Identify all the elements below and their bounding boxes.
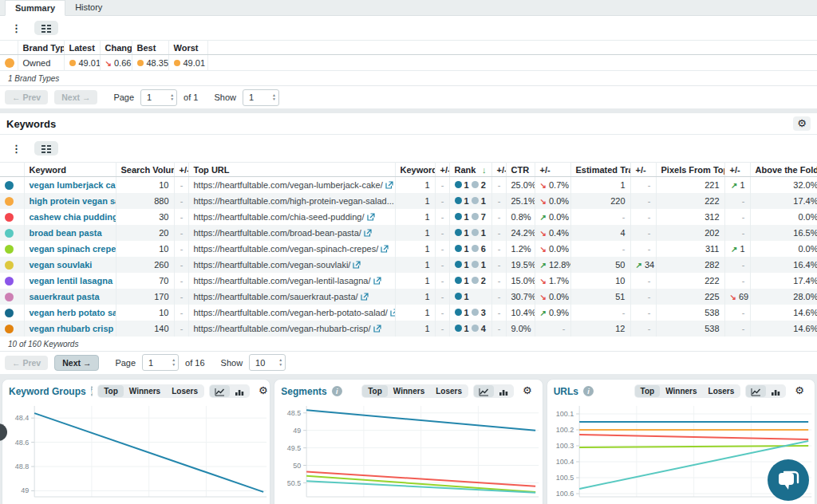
top-filter-button[interactable]: Top	[635, 385, 661, 397]
stepper-icon[interactable]: ▲▼	[172, 358, 176, 367]
chat-widget-button[interactable]	[768, 459, 809, 501]
gear-icon[interactable]: ⚙	[519, 384, 536, 399]
rank-cell: 1 2	[449, 177, 491, 193]
columns-icon[interactable]	[34, 141, 58, 156]
top-url-link[interactable]: https://heartfultable.com/vegan-rhubarb-…	[194, 324, 371, 333]
search-volume-cell: 260	[116, 257, 174, 273]
ctr-change-cell: ↘ 0.0%	[535, 193, 570, 209]
stepper-icon[interactable]: ▲▼	[278, 358, 282, 367]
est-traffic-cell: -	[570, 209, 630, 225]
winners-filter-button[interactable]: Winners	[124, 385, 166, 397]
line-chart-toggle-icon[interactable]	[210, 385, 230, 397]
brand-swatch-cell	[0, 55, 18, 71]
sort-desc-icon[interactable]: ↓	[482, 165, 487, 175]
ctr-cell: 1.2%	[506, 241, 535, 257]
keyword-color-dot	[5, 181, 14, 190]
stepper-icon[interactable]: ▲▼	[170, 93, 174, 102]
line-chart-toggle-icon[interactable]	[474, 385, 494, 397]
kw-change-cell: -	[435, 257, 449, 273]
keyword-link[interactable]: vegan lumberjack cake	[30, 180, 116, 190]
kebab-menu-icon[interactable]: ⋮	[8, 142, 25, 156]
keyword-color-cell	[0, 225, 24, 241]
top-url-link[interactable]: https://heartfultable.com/chia-seed-pudd…	[194, 212, 365, 222]
latest-header: Latest	[64, 41, 100, 55]
rank-change-header: +/-	[491, 163, 506, 177]
page-input[interactable]: 1▲▼	[142, 354, 179, 371]
keyword-link[interactable]: high protein vegan salad	[30, 196, 116, 206]
pixels-cell: 222	[656, 273, 724, 289]
top-url-link[interactable]: https://heartfultable.com/vegan-lumberja…	[194, 180, 383, 190]
keyword-link[interactable]: cashew chia pudding	[30, 212, 116, 222]
info-icon[interactable]: i	[91, 386, 93, 396]
next-button[interactable]: Next →	[54, 90, 97, 104]
top-url-link[interactable]: https://heartfultable.com/vegan-lentil-l…	[194, 276, 371, 285]
top-filter-button[interactable]: Top	[98, 385, 124, 397]
keywords-header: Keywords ⚙	[0, 113, 817, 135]
keyword-link[interactable]: vegan spinach crepes	[30, 244, 116, 254]
gear-icon[interactable]: ⚙	[791, 384, 808, 399]
losers-filter-button[interactable]: Losers	[703, 385, 740, 397]
keyword-color-cell	[0, 273, 24, 289]
next-button[interactable]: Next →	[54, 355, 99, 371]
keyword-link[interactable]: vegan rhubarb crisp	[30, 324, 114, 333]
rank-header[interactable]: Rank↓	[449, 163, 491, 177]
top-url-link[interactable]: https://heartfultable.com/vegan-souvlaki…	[194, 260, 351, 270]
top-url-link[interactable]: https://heartfultable.com/vegan-spinach-…	[194, 244, 379, 254]
search-volume-header: Search Volume	[116, 163, 174, 177]
top-url-cell: https://heartfultable.com/broad-bean-pas…	[188, 225, 395, 241]
svg-text:49: 49	[21, 486, 29, 494]
winners-filter-button[interactable]: Winners	[388, 385, 430, 397]
keywords-header-row: KeywordSearch Volume+/-Top URLKeywords+/…	[0, 163, 817, 177]
keyword-link[interactable]: vegan lentil lasagna	[30, 276, 113, 285]
top-url-link[interactable]: https://heartfultable.com/vegan-herb-pot…	[194, 308, 388, 317]
page-input[interactable]: 1▲▼	[140, 89, 177, 106]
keyword-link[interactable]: sauerkraut pasta	[30, 292, 100, 301]
keyword-link[interactable]: vegan herb potato salad	[30, 308, 116, 317]
keyword-cell: vegan spinach crepes	[24, 241, 116, 257]
top-url-link[interactable]: https://heartfultable.com/high-protein-v…	[194, 196, 394, 206]
info-icon[interactable]: i	[583, 386, 594, 396]
keyword-link[interactable]: broad bean pasta	[30, 228, 102, 238]
above-fold-cell: 0.0%	[750, 209, 817, 225]
line-chart-toggle-icon[interactable]	[746, 385, 766, 397]
stepper-icon[interactable]: ▲▼	[272, 93, 276, 102]
rank-dot-icon	[455, 213, 462, 220]
losers-filter-button[interactable]: Losers	[430, 385, 468, 397]
show-label: Show	[214, 93, 236, 102]
bar-chart-toggle-icon[interactable]	[494, 385, 513, 397]
prev-button[interactable]: ← Prev	[5, 356, 48, 370]
show-input[interactable]: 1▲▼	[243, 89, 279, 106]
tab-history[interactable]: History	[65, 0, 112, 15]
brand-type-header: Brand Type	[18, 41, 64, 55]
keyword-color-dot	[5, 245, 14, 254]
top-url-link[interactable]: https://heartfultable.com/broad-bean-pas…	[194, 228, 361, 238]
keywords-count-cell: 1	[395, 257, 435, 273]
tab-summary[interactable]: Summary	[5, 0, 65, 16]
page-of-label: of 1	[184, 93, 198, 102]
top-url-cell: https://heartfultable.com/sauerkraut-pas…	[188, 289, 395, 305]
top-url-link[interactable]: https://heartfultable.com/sauerkraut-pas…	[194, 292, 358, 301]
keyword-link[interactable]: vegan souvlaki	[30, 260, 93, 270]
pixels-cell: 538	[656, 321, 724, 337]
summary-panel: ⋮ Brand Type Latest Change Best Worst Ow…	[0, 16, 817, 108]
columns-icon[interactable]	[34, 21, 58, 35]
traffic-change-cell: -	[630, 273, 656, 289]
losers-filter-button[interactable]: Losers	[166, 385, 203, 397]
show-input[interactable]: 10▲▼	[249, 354, 286, 371]
table-row: vegan lentil lasagna70-https://heartfult…	[0, 273, 817, 289]
kebab-menu-icon[interactable]: ⋮	[8, 22, 25, 35]
keyword-color-dot	[5, 325, 14, 333]
gear-icon[interactable]: ⚙	[793, 116, 811, 132]
winners-filter-button[interactable]: Winners	[660, 385, 702, 397]
top-url-cell: https://heartfultable.com/vegan-souvlaki…	[188, 257, 395, 273]
chart-cards-row: Keyword Groups i Top Winners Losers ⚙ 48…	[0, 379, 817, 504]
top-filter-button[interactable]: Top	[362, 385, 388, 397]
bar-chart-toggle-icon[interactable]	[230, 385, 249, 397]
gear-icon[interactable]: ⚙	[255, 384, 270, 399]
keywords-count-cell: 1	[395, 273, 435, 289]
info-icon[interactable]: i	[332, 386, 342, 396]
bar-chart-toggle-icon[interactable]	[766, 385, 785, 397]
prev-button[interactable]: ← Prev	[5, 90, 48, 104]
rank-cell: 1 7	[449, 209, 491, 225]
keyword-color-cell	[0, 193, 24, 209]
